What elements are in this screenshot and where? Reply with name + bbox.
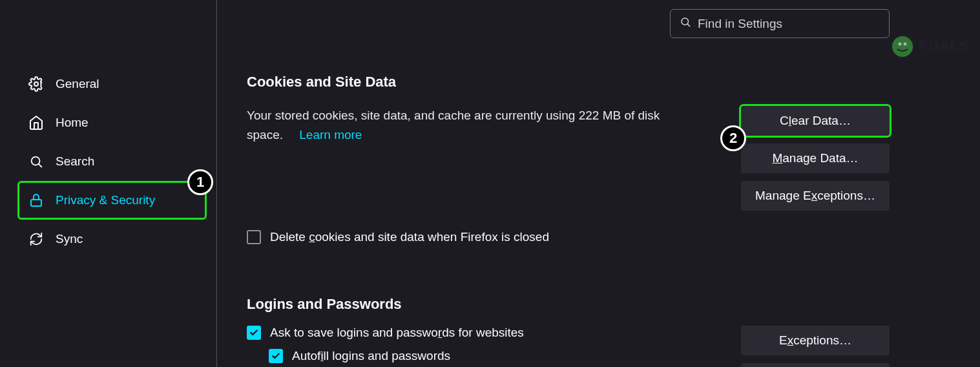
settings-search-input[interactable]	[698, 17, 880, 31]
cookies-section-title: Cookies and Site Data	[247, 74, 890, 90]
autofill-logins-checkbox[interactable]	[269, 349, 283, 363]
learn-more-link[interactable]: Learn more	[299, 128, 362, 142]
saved-logins-button[interactable]: Saved Logins…	[741, 363, 890, 367]
clear-data-button[interactable]: Clear Data…	[741, 106, 890, 136]
cookies-section: Cookies and Site Data Your stored cookie…	[247, 74, 890, 244]
sidebar-item-search[interactable]: Search	[19, 142, 207, 181]
annotation-badge-1: 1	[187, 169, 213, 195]
sidebar-item-privacy-security[interactable]: Privacy & Security	[17, 181, 207, 220]
sidebar-item-general[interactable]: General	[19, 65, 207, 103]
search-icon	[680, 16, 691, 31]
lock-icon	[28, 193, 44, 208]
sidebar-item-label: General	[56, 77, 99, 91]
svg-line-2	[39, 164, 41, 167]
search-icon	[28, 154, 44, 169]
svg-point-7	[899, 43, 902, 46]
delete-cookies-on-close-label[interactable]: Delete cookies and site data when Firefo…	[270, 230, 549, 244]
logins-section-title: Logins and Passwords	[247, 296, 890, 313]
ask-save-logins-checkbox[interactable]	[247, 326, 261, 340]
annotation-badge-2: 2	[720, 125, 746, 151]
manage-data-button[interactable]: Manage Data…	[741, 143, 890, 173]
autofill-logins-label[interactable]: Autofill logins and passwords	[292, 349, 450, 363]
sidebar-item-label: Home	[56, 116, 89, 130]
watermark-logo-icon	[891, 35, 914, 58]
settings-search[interactable]	[670, 9, 890, 38]
watermark-text: PUALS	[918, 38, 970, 55]
home-icon	[28, 115, 44, 131]
logins-exceptions-button[interactable]: Exceptions…	[741, 326, 890, 355]
svg-point-6	[891, 36, 913, 58]
sidebar-item-label: Sync	[56, 232, 83, 246]
sidebar-item-sync[interactable]: Sync	[19, 220, 207, 258]
svg-point-0	[34, 82, 38, 86]
sidebar-item-label: Privacy & Security	[56, 193, 155, 207]
cookies-description: Your stored cookies, site data, and cach…	[247, 106, 699, 145]
ask-save-logins-label[interactable]: Ask to save logins and passwords for web…	[270, 326, 524, 340]
settings-sidebar: General Home Search 1 Privacy & Security	[0, 0, 217, 367]
manage-exceptions-button[interactable]: Manage Exceptions…	[741, 181, 890, 211]
sidebar-item-label: Search	[56, 154, 94, 169]
svg-point-8	[904, 43, 907, 46]
watermark: PUALS	[891, 35, 970, 58]
sidebar-item-home[interactable]: Home	[19, 103, 207, 142]
delete-cookies-on-close-checkbox[interactable]	[247, 230, 261, 244]
logins-section: Logins and Passwords Ask to save logins …	[247, 296, 890, 367]
svg-rect-3	[31, 200, 41, 206]
svg-line-5	[687, 24, 689, 26]
gear-icon	[28, 76, 44, 92]
sync-icon	[28, 231, 44, 247]
